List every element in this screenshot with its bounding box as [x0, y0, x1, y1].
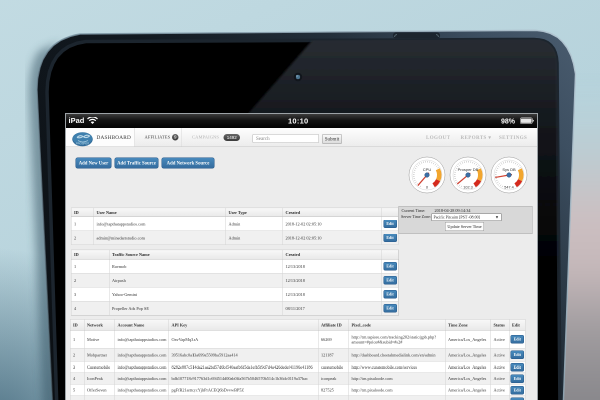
svg-text:0: 0 [426, 186, 428, 190]
svg-text:547.4: 547.4 [504, 186, 513, 190]
svg-text:Prosper DB: Prosper DB [458, 167, 479, 172]
svg-text:CPU: CPU [423, 167, 432, 172]
svg-text:PROSPER: PROSPER [76, 142, 89, 146]
svg-text:102.3: 102.3 [463, 186, 472, 190]
svg-text:Sys DB: Sys DB [502, 167, 516, 172]
